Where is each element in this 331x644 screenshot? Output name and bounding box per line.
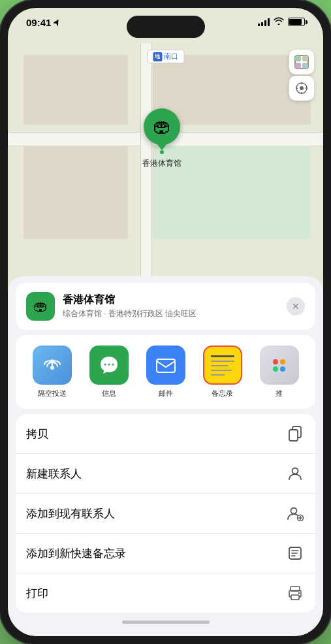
map-label-subway-icon: 地 xyxy=(153,52,162,61)
action-list: 拷贝 新建联系人 xyxy=(16,414,315,613)
venue-card: 🏟 香港体育馆 综合体育馆 · 香港特别行政区 油尖旺区 ✕ xyxy=(16,283,315,330)
home-bar xyxy=(122,620,210,624)
svg-rect-16 xyxy=(157,359,175,372)
venue-icon: 🏟 xyxy=(26,292,55,321)
svg-rect-1 xyxy=(295,56,301,61)
svg-point-13 xyxy=(104,364,106,366)
svg-point-19 xyxy=(292,468,298,474)
venue-name: 香港体育馆 xyxy=(63,293,279,307)
svg-rect-4 xyxy=(302,63,308,69)
home-indicator xyxy=(8,613,323,636)
map-block-3 xyxy=(24,146,127,239)
location-arrow-icon xyxy=(54,19,60,27)
action-add-notes-label: 添加到新快速备忘录 xyxy=(26,546,126,561)
action-copy[interactable]: 拷贝 xyxy=(16,414,315,454)
messages-icon xyxy=(89,346,129,385)
notes-icon xyxy=(203,346,242,385)
action-new-contact[interactable]: 新建联系人 xyxy=(16,454,315,494)
bottom-sheet: 🏟 香港体育馆 综合体育馆 · 香港特别行政区 油尖旺区 ✕ xyxy=(8,276,323,636)
venue-subtitle: 综合体育馆 · 香港特别行政区 油尖旺区 xyxy=(63,308,279,319)
map-block-1 xyxy=(24,55,127,125)
map-label-nankou: 地 南口 xyxy=(147,50,184,63)
time-display: 09:41 xyxy=(26,17,51,28)
svg-point-6 xyxy=(300,86,304,90)
pin-dot xyxy=(160,150,164,154)
venue-info: 香港体育馆 综合体育馆 · 香港特别行政区 油尖旺区 xyxy=(63,293,279,319)
venue-close-button[interactable]: ✕ xyxy=(287,297,305,315)
svg-rect-27 xyxy=(291,595,299,600)
more-apps-icon xyxy=(260,346,299,385)
pin-label: 香港体育馆 xyxy=(142,158,181,169)
svg-rect-2 xyxy=(302,56,308,61)
phone-frame: 09:41 xyxy=(0,0,331,644)
notes-label: 备忘录 xyxy=(212,389,233,398)
location-button[interactable] xyxy=(289,76,314,101)
airdrop-icon xyxy=(33,346,72,385)
action-print[interactable]: 打印 xyxy=(16,573,315,613)
messages-label: 信息 xyxy=(102,389,116,398)
phone-screen: 09:41 xyxy=(8,8,323,636)
new-contact-icon xyxy=(285,464,305,483)
status-icons xyxy=(258,17,305,27)
share-item-more[interactable]: 推 xyxy=(251,346,307,398)
stadium-pin[interactable]: 🏟 香港体育馆 xyxy=(142,108,181,169)
more-label: 推 xyxy=(276,389,283,398)
map-type-button[interactable] xyxy=(289,50,314,74)
add-existing-icon xyxy=(285,504,305,523)
mail-icon xyxy=(146,346,185,385)
wifi-icon xyxy=(274,17,284,27)
battery-icon xyxy=(288,18,305,26)
share-item-mail[interactable]: 邮件 xyxy=(137,346,194,398)
action-print-label: 打印 xyxy=(26,586,48,601)
action-add-existing-label: 添加到现有联系人 xyxy=(26,506,115,521)
copy-icon xyxy=(285,424,305,443)
svg-rect-18 xyxy=(289,430,298,441)
action-add-notes[interactable]: 添加到新快速备忘录 xyxy=(16,534,315,573)
svg-point-15 xyxy=(112,364,114,366)
signal-icon xyxy=(258,18,270,26)
svg-rect-3 xyxy=(295,63,301,69)
mail-label: 邮件 xyxy=(159,389,173,398)
action-copy-label: 拷贝 xyxy=(26,427,48,442)
svg-point-28 xyxy=(298,592,300,594)
action-add-existing[interactable]: 添加到现有联系人 xyxy=(16,494,315,534)
map-controls xyxy=(289,50,314,101)
share-item-messages[interactable]: 信息 xyxy=(80,346,137,398)
status-time: 09:41 xyxy=(26,17,60,28)
svg-point-14 xyxy=(108,364,110,366)
airdrop-label: 隔空投送 xyxy=(38,389,67,398)
share-item-notes[interactable]: 备忘录 xyxy=(194,346,251,398)
svg-point-11 xyxy=(50,366,54,370)
map-label-text: 南口 xyxy=(164,52,178,61)
dynamic-island xyxy=(127,16,205,38)
map-area[interactable]: 地 南口 xyxy=(8,43,323,276)
pin-circle: 🏟 xyxy=(144,108,180,145)
share-row: 隔空投送 信息 xyxy=(16,335,315,409)
stadium-icon: 🏟 xyxy=(153,118,171,136)
svg-point-20 xyxy=(291,508,297,514)
print-icon xyxy=(285,583,305,603)
share-item-airdrop[interactable]: 隔空投送 xyxy=(24,346,80,398)
action-new-contact-label: 新建联系人 xyxy=(26,466,82,481)
add-notes-icon xyxy=(285,543,305,563)
